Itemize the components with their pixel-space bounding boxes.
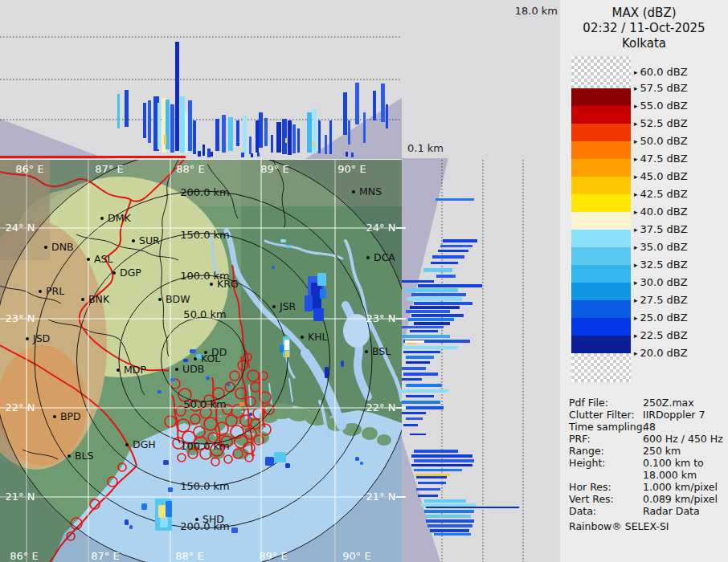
metadata-label: Data:: [569, 505, 643, 517]
arrow-icon: ▸: [634, 155, 638, 163]
city-label: JSR: [279, 300, 297, 312]
lat-tick: [396, 318, 406, 320]
echo-column: [373, 91, 376, 120]
city-dot: [112, 271, 116, 275]
echo-row: [430, 529, 469, 532]
echo-column: [297, 128, 300, 153]
reflectivity-patch: [360, 462, 363, 465]
color-swatch: [571, 177, 631, 194]
echo-row: [424, 510, 474, 513]
reflectivity-patch: [249, 413, 252, 416]
echo-row: [424, 499, 466, 503]
color-swatch: [571, 300, 631, 318]
reflectivity-patch: [341, 360, 344, 367]
echo-row: [402, 389, 448, 393]
echo-column: [292, 124, 296, 153]
echo-row: [418, 482, 446, 484]
metadata-row: Range:250 km: [569, 445, 726, 457]
reflectivity-patch: [274, 452, 286, 462]
echo-row: [427, 524, 472, 527]
dbz-scale-label: ▸20.0 dBZ: [634, 347, 688, 359]
echo-column: [363, 112, 366, 143]
reflectivity-patch: [286, 245, 290, 248]
dbz-scale-label: ▸30.0 dBZ: [634, 276, 688, 288]
product-metadata: Pdf File:250Z.maxClutter Filter:IIRDoppl…: [569, 397, 726, 517]
echo-column: [125, 90, 129, 127]
longitude-label-bottom: 88° E: [175, 550, 203, 562]
echo-column: [202, 145, 205, 156]
latitude-label-right: 23° N: [366, 312, 396, 324]
dbz-value: 50.0 dBZ: [640, 135, 688, 147]
latitude-label-left: 21° N: [6, 491, 35, 503]
dbz-value: 30.0 dBZ: [640, 276, 688, 288]
arrow-icon: ▸: [634, 208, 638, 216]
dbz-value: 35.0 dBZ: [640, 241, 688, 253]
product-header: MAX (dBZ) 02:32 / 11-Oct-2025 Kolkata: [560, 6, 728, 51]
echo-column: [117, 94, 120, 128]
echo-column: [222, 115, 226, 153]
echo-column: [288, 120, 292, 155]
city-dot: [67, 454, 71, 458]
echo-row: [406, 406, 444, 409]
echo-column: [236, 120, 239, 146]
city-dot: [132, 239, 135, 242]
latitude-label-left: 23° N: [6, 312, 35, 324]
echo-column: [343, 92, 347, 135]
city-label: SUR: [139, 234, 160, 246]
arrow-icon: ▸: [634, 173, 638, 181]
echo-column: [282, 119, 287, 154]
arrow-icon: ▸: [634, 349, 638, 357]
metadata-value: Radar Data: [643, 505, 726, 517]
city-label: MDP: [124, 364, 146, 376]
lat-tick: [396, 227, 406, 229]
city-dot: [100, 217, 104, 220]
dbz-value: 57.5 dBZ: [640, 82, 688, 94]
dbz-value: 42.5 dBZ: [640, 188, 688, 200]
metadata-row: Clutter Filter:IIRDoppler 7: [569, 409, 726, 421]
echo-column: [307, 112, 312, 153]
metadata-row: Time sampling:48: [569, 421, 726, 433]
echo-column: [211, 152, 213, 157]
lat-tick: [396, 496, 406, 498]
echo-row: [426, 519, 474, 523]
dbz-value: 60.0 dBZ: [640, 66, 688, 78]
reflectivity-patch: [206, 377, 210, 380]
top-panel-red-boundary: [0, 156, 186, 158]
reflectivity-patch: [239, 402, 244, 406]
echo-row: [411, 454, 472, 458]
metadata-value: 0.089 km/pixel: [643, 493, 726, 505]
dbz-value: 47.5 dBZ: [640, 153, 688, 165]
city-label: SHD: [202, 513, 224, 525]
city-dot: [195, 518, 198, 521]
echo-column: [170, 104, 174, 153]
longitude-label-bottom: 86° E: [10, 550, 38, 562]
station-name: Kolkata: [560, 36, 728, 51]
reflectivity-patch: [125, 519, 129, 525]
metadata-label: Range:: [569, 445, 643, 457]
arrow-icon: ▸: [634, 332, 638, 340]
metadata-value: 600 Hz / 450 Hz: [643, 433, 726, 445]
echo-row: [436, 198, 474, 201]
echo-row: [415, 474, 450, 476]
echo-column: [346, 152, 348, 157]
reflectivity-patch: [285, 351, 289, 357]
map-panel: 200.0 km150.0 km100.0 km50.0 km50.0 km10…: [0, 149, 415, 562]
dbz-scale-label: ▸47.5 dBZ: [634, 153, 688, 165]
reflectivity-patch: [231, 527, 238, 533]
reflectivity-patch: [265, 457, 274, 466]
reflectivity-patch: [280, 344, 284, 352]
city-label: DCA: [374, 251, 395, 263]
city-label: KRG: [217, 278, 239, 290]
city-label: MNS: [359, 185, 382, 198]
reflectivity-patch: [284, 340, 289, 350]
metadata-value: 48: [643, 421, 726, 433]
dbz-value: 20.0 dBZ: [640, 347, 688, 359]
dbz-scale-row: ▸20.0 dBZ: [571, 353, 724, 382]
metadata-value: IIRDoppler 7: [643, 409, 726, 421]
echo-column: [198, 151, 201, 157]
metadata-label: Height:: [569, 457, 643, 469]
city-dot: [26, 337, 29, 340]
reflectivity-patch: [313, 308, 324, 321]
city-dot: [210, 283, 213, 286]
echo-row: [408, 318, 454, 321]
